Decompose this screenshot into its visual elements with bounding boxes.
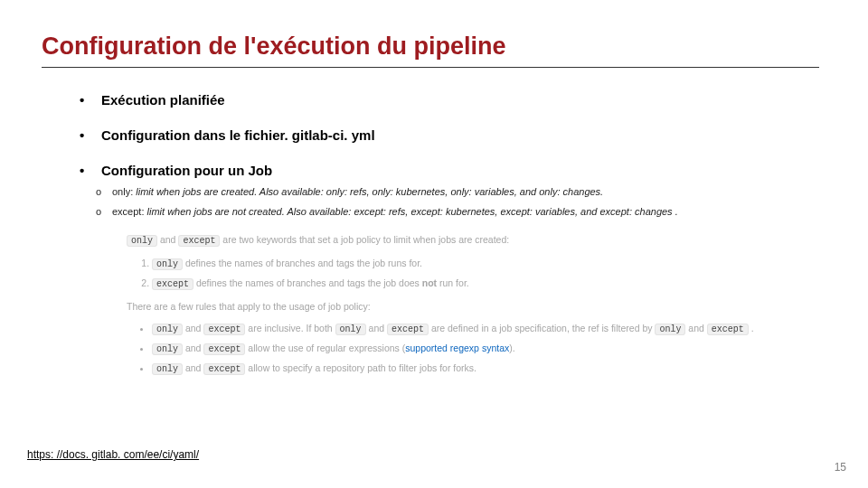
doc-unordered-list: only and except are inclusive. If both o…: [127, 322, 760, 376]
bullet-text: Configuration pour un Job: [101, 163, 272, 178]
keyword-only: only: [152, 324, 183, 335]
keyword-except: except: [203, 324, 245, 335]
sub-bullet-lead: only:: [112, 186, 136, 197]
bullet-text: Exécution planifiée: [101, 92, 225, 108]
keyword-except: except: [178, 235, 220, 247]
sub-bullet-marker-icon: o: [96, 186, 112, 197]
keyword-only: only: [152, 343, 183, 355]
doc-unordered-item: only and except allow to specify a repos…: [152, 361, 760, 376]
regexp-syntax-link[interactable]: supported regexp syntax: [405, 343, 509, 353]
sub-bullet-item: oonly: limit when jobs are created. Also…: [96, 186, 678, 197]
slide-title: Configuration de l'exécution du pipeline: [42, 33, 505, 61]
doc-ordered-item: only defines the names of branches and t…: [152, 257, 760, 271]
page-number: 15: [835, 461, 846, 474]
doc-ordered-item: except defines the names of branches and…: [152, 277, 760, 291]
keyword-only: only: [152, 258, 183, 270]
keyword-except: except: [387, 324, 429, 335]
keyword-except: except: [152, 278, 193, 290]
keyword-only: only: [127, 235, 157, 247]
sub-bullet-lead: except:: [112, 206, 147, 217]
keyword-only: only: [335, 324, 366, 335]
bullet-dot-icon: •: [80, 161, 101, 180]
keyword-only: only: [152, 363, 183, 375]
filename-text: . gitlab-ci. yml: [285, 127, 375, 143]
bullet-dot-icon: •: [80, 90, 101, 109]
keyword-except: except: [707, 324, 749, 335]
sub-bullet-list: oonly: limit when jobs are created. Also…: [96, 186, 678, 226]
sub-bullet-marker-icon: o: [96, 206, 112, 217]
bullet-item: •Configuration pour un Job: [80, 161, 375, 180]
sub-bullet-desc: limit when jobs are created. Also availa…: [136, 186, 603, 197]
keyword-except: except: [203, 363, 245, 375]
doc-ordered-list: only defines the names of branches and t…: [127, 257, 760, 291]
doc-unordered-item: only and except are inclusive. If both o…: [152, 322, 760, 336]
bullet-text: Configuration dans le fichier: [101, 127, 285, 143]
doc-rules-intro: There are a few rules that apply to the …: [127, 300, 760, 314]
main-bullet-list: •Exécution planifiée •Configuration dans…: [80, 90, 375, 196]
title-underline: [42, 67, 819, 68]
sub-bullet-desc: limit when jobs are not created. Also av…: [147, 206, 678, 217]
bullet-item: •Exécution planifiée: [80, 90, 375, 109]
footer-link[interactable]: https: //docs. gitlab. com/ee/ci/yaml/: [27, 448, 199, 461]
sub-bullet-item: oexcept: limit when jobs are not created…: [96, 206, 678, 217]
keyword-only: only: [655, 324, 685, 335]
doc-intro: only and except are two keywords that se…: [127, 233, 760, 248]
keyword-except: except: [203, 343, 245, 355]
bullet-dot-icon: •: [80, 126, 101, 145]
doc-unordered-item: only and except allow the use of regular…: [152, 342, 760, 356]
bullet-item: •Configuration dans le fichier. gitlab-c…: [80, 126, 375, 145]
quoted-doc-block: only and except are two keywords that se…: [127, 228, 760, 383]
